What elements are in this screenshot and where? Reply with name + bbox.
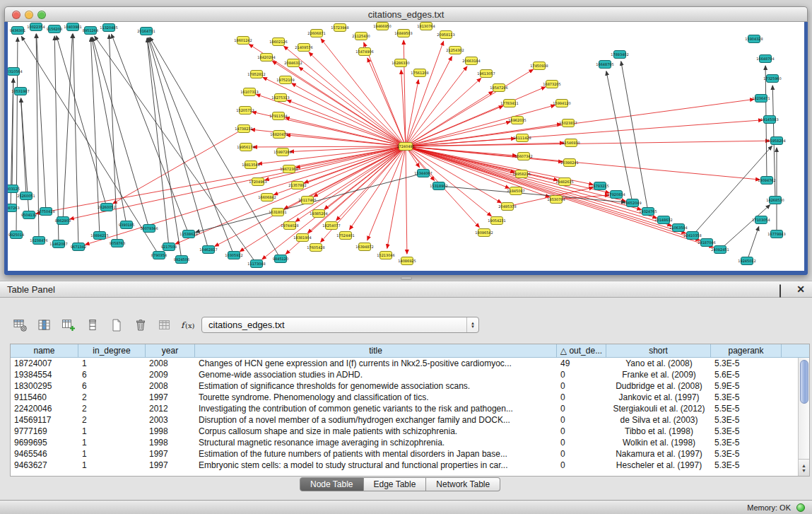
table-cell[interactable]: 1 (78, 437, 146, 448)
graph-node[interactable]: 10022354 (27, 23, 45, 31)
table-cell[interactable]: 2 (78, 403, 146, 414)
table-cell[interactable]: 5.3E-5 (711, 358, 782, 369)
graph-edge[interactable] (304, 146, 406, 183)
graph-node[interactable]: 15723948 (331, 24, 348, 32)
graph-node[interactable]: 16606842 (258, 194, 276, 201)
graph-node[interactable]: 20117465 (298, 197, 316, 204)
graph-edge[interactable] (606, 71, 632, 203)
delete-table-icon[interactable] (131, 316, 150, 334)
graph-node[interactable]: 18275313 (271, 94, 289, 102)
graph-node[interactable]: 16793215 (591, 182, 608, 190)
graph-node[interactable]: 15607342 (514, 153, 532, 160)
table-cell[interactable]: 6 (78, 369, 146, 380)
graph-edge[interactable] (406, 69, 533, 146)
table-cell[interactable]: Wolkin et al. (1998) (606, 437, 711, 448)
graph-edge[interactable] (309, 52, 406, 146)
graph-node[interactable]: 16107313 (240, 88, 258, 96)
table-cell[interactable]: 9465546 (11, 448, 78, 460)
graph-node[interactable]: 10894215 (90, 232, 108, 240)
row-height-icon[interactable] (83, 316, 102, 334)
graph-node[interactable]: 21845097 (507, 187, 524, 195)
graph-node[interactable]: 20164731 (137, 28, 155, 35)
graph-edge[interactable] (367, 58, 406, 146)
table-cell[interactable]: 2008 (146, 358, 195, 369)
table-cell[interactable]: Estimation of significance thresholds fo… (195, 380, 557, 392)
table-row[interactable]: 977716911998Corpus callosum shape and si… (11, 426, 799, 437)
graph-edge[interactable] (290, 146, 406, 152)
graph-node[interactable]: 16962035 (508, 117, 526, 124)
graph-node[interactable]: 21357892 (288, 182, 306, 189)
table-cell[interactable]: de Silva et al. (2003) (606, 414, 711, 426)
graph-edge[interactable] (148, 38, 208, 250)
graph-node[interactable]: 17325960 (763, 75, 781, 83)
graph-node[interactable]: 20148632 (654, 216, 672, 224)
table-cell[interactable]: 1997 (146, 392, 195, 403)
graph-node[interactable]: 18530794 (547, 196, 565, 204)
graph-node[interactable]: 19482635 (555, 178, 573, 186)
table-cell[interactable]: 6 (78, 380, 146, 392)
table-cell[interactable]: Dudbridge et al. (2008) (606, 380, 711, 392)
graph-node[interactable]: 16648794 (756, 55, 774, 63)
graph-edge[interactable] (57, 36, 107, 207)
graph-edge[interactable] (287, 100, 406, 146)
graph-edge[interactable] (149, 37, 234, 255)
table-cell[interactable]: 0 (557, 437, 606, 448)
graph-node[interactable]: 14086925 (398, 257, 416, 265)
graph-node[interactable]: 15318902 (430, 182, 447, 190)
table-cell[interactable]: Nakamura et al. (1997) (606, 448, 711, 460)
table-cell[interactable]: 0 (557, 369, 606, 380)
graph-node[interactable]: 15958204 (767, 137, 785, 145)
graph-node[interactable]: 16111428 (513, 134, 531, 142)
graph-node[interactable]: 18813544 (242, 161, 259, 169)
graph-edge[interactable] (21, 36, 159, 255)
graph-node[interactable]: 9671342 (71, 243, 86, 251)
graph-node[interactable]: 18096542 (475, 229, 493, 237)
table-cell[interactable]: 2 (78, 392, 146, 403)
table-cell[interactable]: 0 (557, 448, 606, 460)
graph-node[interactable]: 18130764 (417, 23, 435, 30)
graph-node[interactable]: 17240491 (396, 143, 414, 151)
graph-node[interactable]: 21409576 (295, 44, 312, 52)
graph-node[interactable]: 20958113 (437, 31, 454, 39)
titlebar[interactable]: citations_edges.txt (4, 6, 808, 22)
graph-node[interactable]: 17911504 (269, 112, 287, 120)
graph-node[interactable]: 14958216 (512, 170, 530, 178)
graph-edge[interactable] (720, 205, 770, 250)
table-cell[interactable]: 0 (557, 403, 606, 414)
table-cell[interactable]: 9115460 (11, 392, 78, 403)
graph-node[interactable]: 15904328 (745, 35, 763, 43)
graph-node[interactable]: 19613057 (477, 70, 495, 78)
graph-node[interactable]: 17605428 (307, 244, 324, 252)
graph-edge[interactable] (147, 38, 169, 247)
graph-node[interactable]: 15997284 (273, 148, 291, 156)
graph-node[interactable]: 9925014 (8, 231, 24, 239)
scroll-up-button[interactable]: ▲ (801, 463, 806, 468)
table-cell[interactable]: 1 (78, 426, 146, 437)
table-cell[interactable]: Disruption of a novel member of a sodium… (195, 414, 557, 426)
graph-node[interactable]: 14738231 (235, 125, 252, 133)
graph-node[interactable]: 26260052 (98, 204, 115, 211)
graph-edge[interactable] (621, 62, 648, 211)
graph-node[interactable]: 17561208 (411, 69, 428, 77)
graph-node[interactable]: 21063594 (669, 224, 687, 232)
table-cell[interactable]: 2008 (146, 380, 195, 392)
graph-node[interactable]: 17893402 (611, 51, 628, 59)
graph-node[interactable]: 17920834 (607, 191, 625, 199)
table-cell[interactable]: 1997 (146, 448, 195, 460)
graph-node[interactable]: 21125430 (352, 33, 370, 40)
graph-edge[interactable] (92, 37, 126, 225)
graph-node[interactable]: 18236471 (752, 95, 770, 103)
graph-node[interactable]: 18601242 (234, 37, 252, 45)
graph-node[interactable]: 21254302 (446, 47, 464, 54)
table-cell[interactable]: Structural magnetic resonance image aver… (195, 437, 557, 448)
table-cell[interactable]: 2 (78, 414, 146, 426)
graph-node[interactable]: 23187046 (698, 239, 715, 247)
graph-node[interactable]: 15344067 (414, 170, 432, 177)
graph-node[interactable]: 18381904 (293, 234, 311, 242)
scroll-down-button[interactable]: ▼ (801, 468, 806, 473)
column-header-in_degree[interactable]: in_degree (78, 344, 146, 358)
graph-node[interactable]: 15474906 (355, 48, 373, 56)
graph-edge[interactable] (70, 146, 406, 219)
graph-edge[interactable] (93, 37, 149, 228)
graph-node[interactable]: 22410358 (683, 232, 701, 240)
